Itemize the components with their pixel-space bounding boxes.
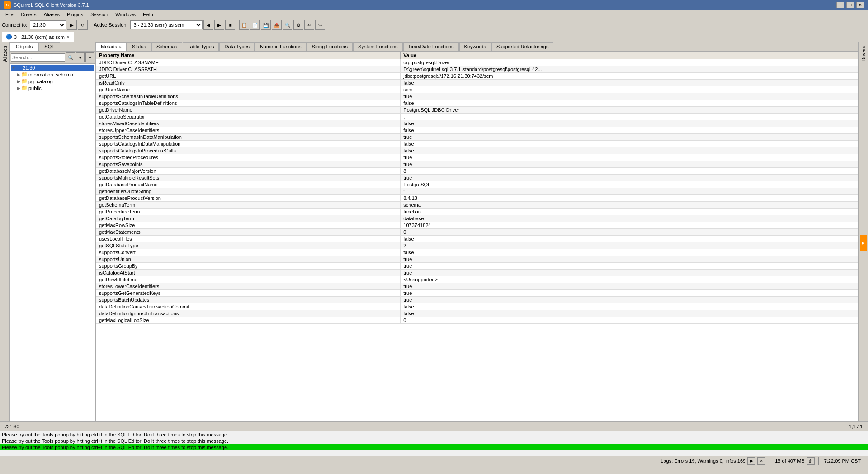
minimize-button[interactable]: ─ (836, 2, 844, 8)
table-row[interactable]: getIdentifierQuoteString" (96, 188, 858, 195)
table-row[interactable]: getCatalogSeparator. (96, 114, 858, 120)
menu-plugins[interactable]: Plugins (63, 11, 87, 18)
search-btn[interactable]: 🔍 (66, 52, 75, 62)
logs-btn[interactable]: ▶ (747, 457, 755, 465)
tab-objects[interactable]: Objects (10, 42, 38, 51)
tb-btn1[interactable]: 📋 (239, 20, 249, 30)
table-row[interactable]: supportsStoredProcedurestrue (96, 154, 858, 161)
table-row[interactable]: isReadOnlyfalse (96, 80, 858, 86)
tb-btn2[interactable]: 📄 (250, 20, 260, 30)
value-cell: 0 (401, 229, 858, 236)
tb-btn8[interactable]: ↪ (315, 20, 325, 30)
tab-schemas[interactable]: Schemas (151, 42, 182, 51)
table-row[interactable]: JDBC Driver CLASSPATHD:\green\squirrel-s… (96, 66, 858, 73)
tab-status[interactable]: Status (127, 42, 151, 51)
memory-btn[interactable]: 🗑 (807, 457, 815, 465)
table-row[interactable]: usesLocalFilesfalse (96, 236, 858, 242)
tab-supported-refactorings[interactable]: Supported Refactorings (491, 42, 554, 51)
table-row[interactable]: supportsGroupBytrue (96, 263, 858, 270)
tb-btn6[interactable]: ⚙ (293, 20, 303, 30)
table-row[interactable]: supportsConvertfalse (96, 249, 858, 256)
table-row[interactable]: supportsUniontrue (96, 256, 858, 263)
table-row[interactable]: isCatalogAtStarttrue (96, 270, 858, 276)
table-row[interactable]: getMaxStatements0 (96, 229, 858, 236)
value-cell: database (401, 215, 858, 222)
table-row[interactable]: getUserNamescm (96, 86, 858, 93)
table-row[interactable]: getDatabaseProductNamePostgreSQL (96, 181, 858, 188)
search-input[interactable] (11, 53, 65, 62)
table-row[interactable]: supportsSavepointstrue (96, 161, 858, 168)
tb-btn5[interactable]: 🔍 (283, 20, 292, 30)
table-row[interactable]: getURLjdbc:postgresql://172.16.21.30:743… (96, 73, 858, 80)
table-row[interactable]: JDBC Driver CLASSNAMEorg.postgresql.Driv… (96, 59, 858, 66)
prev-btn[interactable]: ◀ (203, 20, 213, 30)
table-row[interactable]: supportsSchemasInDataManipulationtrue (96, 134, 858, 141)
tab-metadata[interactable]: Metadata (96, 42, 127, 51)
table-row[interactable]: dataDefinitionIgnoredInTransactionsfalse (96, 310, 858, 317)
sql-toolbar: /21:30 1,1 / 1 (0, 421, 868, 431)
menu-file[interactable]: File (2, 11, 17, 18)
expand-btn[interactable]: + (85, 52, 94, 62)
tab-table-types[interactable]: Table Types (183, 42, 219, 51)
tb-btn3[interactable]: 💾 (261, 20, 271, 30)
table-row[interactable]: getProcedureTermfunction (96, 209, 858, 215)
tb-btn4[interactable]: 📤 (272, 20, 282, 30)
property-name-cell: supportsCatalogsInTableDefinitions (96, 100, 401, 107)
tab-numeric-functions[interactable]: Numeric Functions (255, 42, 307, 51)
table-row[interactable]: getDatabaseProductVersion8.4.18 (96, 195, 858, 202)
session-select[interactable]: 3 - 21.30 (scm) as scm (130, 20, 203, 29)
tree-root[interactable]: ▼ 🗄 21.30 (11, 65, 94, 71)
table-row[interactable]: getSchemaTermschema (96, 202, 858, 209)
tb-btn7[interactable]: ↩ (304, 20, 314, 30)
tab-timedate-functions[interactable]: Time/Date Functions (403, 42, 459, 51)
connect-btn[interactable]: ▶ (67, 20, 77, 30)
table-row[interactable]: supportsCatalogsInDataManipulationfalse (96, 141, 858, 147)
tree-item-1[interactable]: ▶ 📁 pg_catalog (16, 78, 94, 85)
left-panel-tabs: Objects SQL (10, 42, 95, 52)
refresh-btn[interactable]: ↺ (78, 20, 88, 30)
table-row[interactable]: supportsCatalogsInProcedureCallsfalse (96, 147, 858, 154)
menu-windows[interactable]: Windows (112, 11, 139, 18)
value-cell: false (401, 120, 858, 127)
tab-sql[interactable]: SQL (38, 42, 60, 51)
orange-side-tab[interactable]: ▶ (860, 235, 867, 251)
maximize-button[interactable]: □ (846, 2, 854, 8)
menu-session[interactable]: Session (87, 11, 112, 18)
close-button[interactable]: ✕ (856, 2, 864, 8)
tab-string-functions[interactable]: String Functions (307, 42, 353, 51)
table-row[interactable]: supportsMultipleResultSetstrue (96, 175, 858, 181)
table-row[interactable]: getMaxRowSize1073741824 (96, 222, 858, 229)
table-row[interactable]: getSQLStateType2 (96, 242, 858, 249)
table-row[interactable]: dataDefinitionCausesTransactionCommitfal… (96, 303, 858, 310)
stop-btn[interactable]: ■ (225, 20, 235, 30)
table-row[interactable]: storesMixedCaseIdentifiersfalse (96, 120, 858, 127)
tab-keywords[interactable]: Keywords (459, 42, 491, 51)
tab-close-icon[interactable]: ✕ (66, 35, 70, 39)
tree-item-2[interactable]: ▶ 📁 public (16, 85, 94, 91)
connect-select[interactable]: 21:30 (30, 20, 66, 29)
filter-btn[interactable]: ▼ (76, 52, 85, 62)
table-row[interactable]: supportsGetGeneratedKeystrue (96, 290, 858, 297)
table-row[interactable]: supportsSchemasInTableDefinitionstrue (96, 93, 858, 100)
table-row[interactable]: getCatalogTermdatabase (96, 215, 858, 222)
menu-drivers[interactable]: Drivers (17, 11, 40, 18)
table-row[interactable]: getDatabaseMajorVersion8 (96, 168, 858, 175)
property-name-cell: getCatalogTerm (96, 215, 401, 222)
table-row[interactable]: getMaxLogicalLobSize0 (96, 317, 858, 324)
table-row[interactable]: storesUpperCaseIdentifiersfalse (96, 127, 858, 134)
session-tab[interactable]: 🔵 3 - 21.30 (scm) as scm ✕ (2, 32, 74, 42)
property-name-cell: getDatabaseMajorVersion (96, 168, 401, 175)
next-btn[interactable]: ▶ (214, 20, 224, 30)
menu-aliases[interactable]: Aliases (40, 11, 63, 18)
tab-system-functions[interactable]: System Functions (353, 42, 402, 51)
table-row[interactable]: supportsCatalogsInTableDefinitionsfalse (96, 100, 858, 107)
menu-help[interactable]: Help (139, 11, 157, 18)
table-row[interactable]: getRowIdLifetime<Unsupported> (96, 276, 858, 283)
logs-clear-btn[interactable]: ✕ (757, 457, 765, 465)
table-row[interactable]: supportsBatchUpdatestrue (96, 297, 858, 303)
table-row[interactable]: getDriverNamePostgreSQL JDBC Driver (96, 107, 858, 114)
tab-data-types[interactable]: Data Types (219, 42, 254, 51)
tree-item-0[interactable]: ▶ 📁 information_schema (16, 71, 94, 78)
tree-label-1: pg_catalog (28, 79, 53, 84)
table-row[interactable]: storesLowerCaseIdentifierstrue (96, 283, 858, 290)
